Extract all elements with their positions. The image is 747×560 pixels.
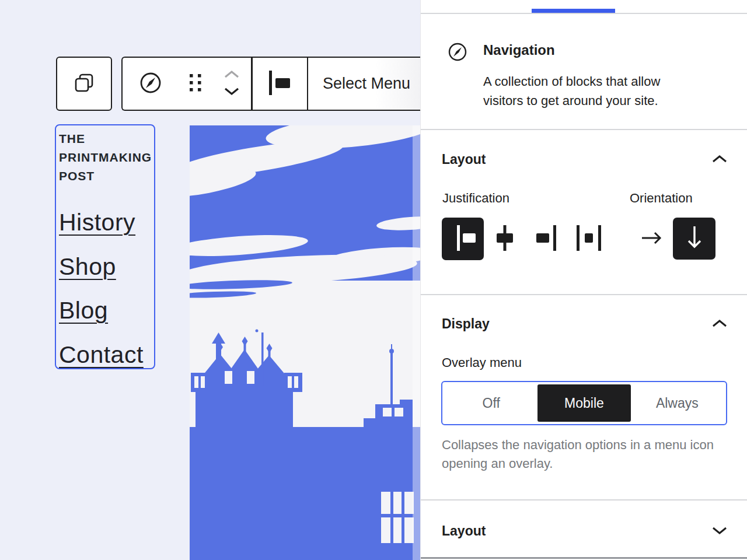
justify-left-icon (267, 68, 292, 100)
orientation-label: Orientation (630, 191, 693, 206)
nav-link-shop[interactable]: Shop (59, 245, 154, 289)
orientation-vertical-button[interactable] (673, 218, 715, 260)
nav-link-history[interactable]: History (59, 201, 154, 245)
drag-handle[interactable] (179, 58, 212, 110)
justify-right-icon (533, 224, 561, 254)
move-up-icon[interactable] (222, 70, 241, 81)
display-panel-title[interactable]: Display (442, 316, 490, 332)
justify-space-between-button[interactable] (574, 218, 604, 260)
select-parent-icon (72, 71, 96, 97)
chevron-down-icon[interactable] (711, 526, 728, 537)
justify-left-button[interactable] (442, 218, 484, 260)
navigation-compass-icon (447, 41, 468, 65)
justification-toolbar-button[interactable] (253, 58, 307, 110)
panel-divider (421, 499, 747, 501)
select-menu-button[interactable]: Select Menu (308, 58, 420, 110)
justify-center-icon (491, 224, 519, 254)
drag-handle-icon (188, 72, 203, 96)
editor-canvas[interactable]: Select Menu THE PRINTMAKING POST History… (0, 0, 420, 560)
overlay-option-off[interactable]: Off (445, 384, 537, 422)
navigation-block[interactable]: THE PRINTMAKING POST History Shop Blog C… (55, 124, 155, 369)
justify-center-button[interactable] (490, 218, 520, 260)
arrow-down-icon (686, 225, 703, 253)
justify-right-button[interactable] (532, 218, 562, 260)
justify-left-icon (449, 224, 477, 254)
block-toolbar: Select Menu (121, 57, 420, 111)
arrow-right-icon (640, 230, 664, 248)
block-card-title: Navigation (483, 42, 555, 58)
wordpress-block-editor: Select Menu THE PRINTMAKING POST History… (0, 0, 747, 560)
select-menu-label: Select Menu (323, 75, 410, 93)
block-movers (212, 58, 251, 110)
chevron-up-icon[interactable] (711, 155, 728, 166)
overlay-menu-help-text: Collapses the navigation options in a me… (442, 436, 729, 473)
panel-divider (421, 129, 747, 130)
tabs-divider (421, 13, 747, 14)
overlay-option-always[interactable]: Always (631, 384, 724, 422)
printmaking-artwork-image[interactable] (190, 125, 420, 560)
nav-link-contact[interactable]: Contact (59, 333, 154, 377)
panel-divider (421, 294, 747, 295)
site-title: THE PRINTMAKING POST (59, 130, 154, 186)
navigation-compass-icon (138, 70, 163, 98)
chevron-up-icon[interactable] (711, 319, 728, 331)
overlay-menu-label: Overlay menu (442, 355, 522, 370)
layout-panel-title[interactable]: Layout (442, 152, 486, 167)
settings-sidebar: Navigation A collection of blocks that a… (420, 0, 747, 560)
bottom-divider (421, 557, 747, 559)
select-parent-button[interactable] (56, 57, 112, 111)
bottom-layout-panel-title[interactable]: Layout (442, 523, 486, 539)
block-card-description: A collection of blocks that allow visito… (483, 72, 700, 110)
overlay-option-mobile[interactable]: Mobile (537, 384, 630, 422)
nav-menu: History Shop Blog Contact (59, 201, 154, 377)
nav-link-blog[interactable]: Blog (59, 289, 154, 333)
overlay-menu-toggle-group: Off Mobile Always (441, 381, 727, 425)
justification-label: Justification (442, 191, 509, 206)
block-type-button[interactable] (123, 58, 179, 110)
justify-space-between-icon (575, 224, 603, 254)
move-down-icon[interactable] (222, 87, 241, 98)
orientation-horizontal-button[interactable] (637, 218, 667, 260)
